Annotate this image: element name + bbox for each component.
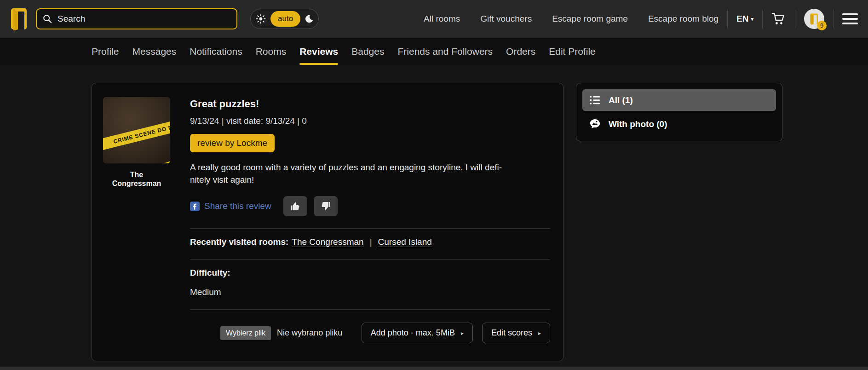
filter-all-label: All (1) <box>609 95 633 105</box>
review-title: Great puzzles! <box>190 98 550 110</box>
review-filters: All (1) With photo (0) <box>576 83 782 141</box>
nav-all-rooms[interactable]: All rooms <box>424 14 460 24</box>
moon-icon <box>305 14 314 23</box>
tab-orders[interactable]: Orders <box>506 38 535 65</box>
divider <box>795 10 795 28</box>
search-box[interactable] <box>36 8 237 29</box>
difficulty-label: Difficulty: <box>190 268 550 278</box>
divider <box>762 10 763 28</box>
file-status-text: Nie wybrano pliku <box>277 328 342 338</box>
theme-toggle[interactable]: auto <box>250 9 319 29</box>
list-icon <box>589 94 601 106</box>
room-name[interactable]: The Congressman <box>111 171 162 188</box>
notification-badge: 9 <box>817 21 827 30</box>
tab-messages[interactable]: Messages <box>132 38 177 65</box>
review-body: A really good room with a variety of puz… <box>190 162 550 186</box>
thumbs-up-icon <box>290 201 301 212</box>
review-by-lockme-badge: review by Lockme <box>190 134 275 152</box>
search-icon <box>42 14 52 24</box>
review-actions-row: Wybierz plik Nie wybrano pliku Add photo… <box>190 323 550 343</box>
edit-scores-label: Edit scores <box>491 328 532 338</box>
review-card: CRIME SCENE DO N CRIME SCENE DO N The Co… <box>92 83 563 361</box>
share-row: Share this review <box>190 196 550 216</box>
main-content: CRIME SCENE DO N CRIME SCENE DO N The Co… <box>0 65 868 361</box>
divider <box>833 10 834 28</box>
edit-scores-button[interactable]: Edit scores ▸ <box>482 323 550 343</box>
thumbs-up-button[interactable] <box>283 196 307 216</box>
tab-rooms[interactable]: Rooms <box>256 38 287 65</box>
search-input[interactable] <box>57 13 231 24</box>
tab-reviews[interactable]: Reviews <box>299 38 338 65</box>
review-meta: 9/13/24 | visit date: 9/13/24 | 0 <box>190 116 550 126</box>
chevron-right-icon: ▸ <box>538 330 541 336</box>
chevron-right-icon: ▸ <box>461 330 464 336</box>
facebook-icon <box>190 202 200 211</box>
tab-friends-and-followers[interactable]: Friends and Followers <box>397 38 493 65</box>
add-photo-label: Add photo - max. 5MiB <box>371 328 455 338</box>
recently-visited-section: Recently visited rooms: The Congressman … <box>190 229 550 247</box>
chevron-down-icon: ▾ <box>751 16 753 22</box>
file-input[interactable]: Wybierz plik Nie wybrano pliku <box>220 326 342 340</box>
top-navigation: All rooms Gift vouchers Escape room game… <box>424 14 719 24</box>
lockme-logo-icon[interactable] <box>10 7 29 30</box>
recent-room-link-the-congressman[interactable]: The Congressman <box>292 237 363 247</box>
divider <box>727 10 728 28</box>
hamburger-menu-icon[interactable] <box>842 13 858 24</box>
crime-scene-tape: CRIME SCENE DO N <box>103 116 170 153</box>
profile-navigation: Profile Messages Notifications Rooms Rev… <box>0 38 868 65</box>
share-review-label: Share this review <box>204 201 271 211</box>
difficulty-value: Medium <box>190 287 550 297</box>
nav-escape-room-blog[interactable]: Escape room blog <box>648 14 719 24</box>
thumbs-down-icon <box>320 201 331 212</box>
choose-file-button[interactable]: Wybierz plik <box>220 326 271 340</box>
tab-profile[interactable]: Profile <box>92 38 119 65</box>
avatar[interactable]: 9 <box>804 9 824 29</box>
language-selector[interactable]: EN ▾ <box>736 14 753 24</box>
cart-button[interactable] <box>771 12 786 26</box>
add-photo-button[interactable]: Add photo - max. 5MiB ▸ <box>362 323 473 343</box>
divider <box>190 309 550 310</box>
share-review-link[interactable]: Share this review <box>190 201 271 211</box>
tab-edit-profile[interactable]: Edit Profile <box>549 38 596 65</box>
nav-escape-room-game[interactable]: Escape room game <box>552 14 628 24</box>
separator: | <box>370 237 372 247</box>
recent-room-link-cursed-island[interactable]: Cursed Island <box>378 237 432 247</box>
filter-with-photo-label: With photo (0) <box>609 119 667 129</box>
thumbs-down-button[interactable] <box>314 196 338 216</box>
recently-visited-label: Recently visited rooms: <box>190 237 288 247</box>
room-thumbnail[interactable]: CRIME SCENE DO N CRIME SCENE DO N <box>103 97 170 163</box>
review-content: Great puzzles! 9/13/24 | visit date: 9/1… <box>190 97 550 343</box>
tab-badges[interactable]: Badges <box>351 38 384 65</box>
footer-edge <box>0 367 868 370</box>
language-label: EN <box>736 14 748 24</box>
topbar: auto All rooms Gift vouchers Escape room… <box>0 0 868 38</box>
difficulty-section: Difficulty: Medium <box>190 260 550 297</box>
nav-gift-vouchers[interactable]: Gift vouchers <box>480 14 532 24</box>
filter-with-photo[interactable]: With photo (0) <box>582 113 776 135</box>
tab-notifications[interactable]: Notifications <box>190 38 242 65</box>
crime-scene-tape: CRIME SCENE DO N <box>108 150 170 163</box>
photo-bubble-icon <box>589 118 601 130</box>
sun-icon <box>255 13 266 24</box>
filter-all[interactable]: All (1) <box>582 89 776 111</box>
theme-auto-pill[interactable]: auto <box>270 11 300 27</box>
room-column: CRIME SCENE DO N CRIME SCENE DO N The Co… <box>103 97 170 343</box>
